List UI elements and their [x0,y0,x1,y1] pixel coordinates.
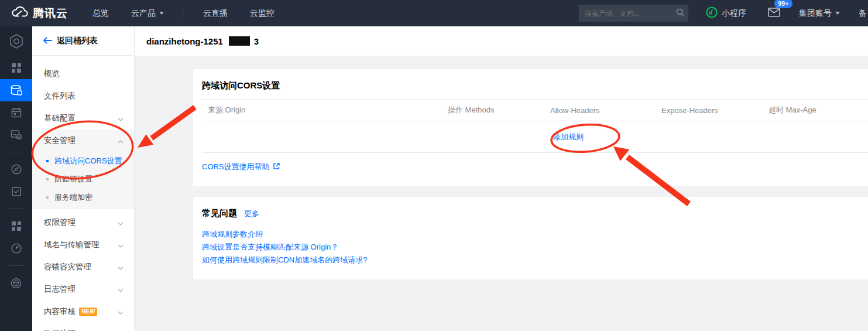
sidebar-item-hotlink[interactable]: 防盗链设置 [32,170,134,188]
security-group: 安全管理 跨域访问CORS设置 防盗链设置 服务端加密 [32,129,134,209]
sidebar-item-overview[interactable]: 概览 [32,63,134,85]
faq-link-cdn-restrict[interactable]: 如何使用跨域规则限制CDN加速域名的跨域请求? [202,254,868,267]
sidebar-menu: 概览 文件列表 基础配置 安全管理 跨域访问CORS设置 [32,56,134,331]
faq-link-list: 跨域规则参数介绍 跨域设置是否支持模糊匹配来源 Origin？ 如何使用跨域规则… [202,228,868,267]
mini-program-label: 小程序 [722,8,746,19]
column-allow-headers: Allow-Headers [544,106,656,115]
primary-nav: 总览 云产品 云直播 云监控 [92,8,297,19]
mini-program-entry[interactable]: 小程序 [706,6,746,20]
new-badge: NEW [79,308,97,316]
chevron-down-icon [835,12,840,15]
bucket-title-bar: dianzihetong-1251 3 [135,26,868,56]
table-header-row: 来源 Origin 操作 Methods Allow-Headers Expos… [202,99,868,121]
product-icon-rail [0,26,32,331]
sidebar-item-basic-config[interactable]: 基础配置 [32,107,134,129]
sidebar-item-sse[interactable]: 服务端加密 [32,188,134,206]
calendar-icon[interactable] [0,101,32,124]
sidebar-item-permission[interactable]: 权限管理 [32,211,134,234]
chevron-down-icon [118,241,123,250]
column-methods: 操作 Methods [442,105,544,115]
nav-item-overview[interactable]: 总览 [92,8,109,19]
cloud-logo-icon [11,6,28,21]
sidebar-item-cors[interactable]: 跨域访问CORS设置 [32,152,134,170]
cors-help-row: CORS设置使用帮助 [202,162,868,172]
chevron-down-icon [159,12,164,15]
faq-link-fuzzy-origin[interactable]: 跨域设置是否支持模糊匹配来源 Origin？ [202,241,868,254]
nav-item-beian-partial[interactable]: 备 [859,8,867,19]
account-label: 集团账号 [799,8,832,19]
rail-divider [9,152,24,152]
cors-settings-card: 跨域访问CORS设置 来源 Origin 操作 Methods Allow-He… [193,69,868,186]
cors-help-link[interactable]: CORS设置使用帮助 [202,162,270,172]
speedometer-icon[interactable] [0,237,32,260]
bullet-icon [46,178,49,180]
chevron-down-icon [118,285,123,294]
sidebar-item-fault-tolerance[interactable]: 容错容灾管理 [32,256,134,278]
monitor-compass-icon[interactable] [0,158,32,180]
sidebar-item-content-audit[interactable]: 内容审核 NEW [32,301,134,323]
column-max-age: 超时 Max-Age [763,105,868,115]
resource-cube-icon[interactable] [0,272,32,294]
main-content: dianzihetong-1251 3 跨域访问CORS设置 来源 Origin… [135,26,868,331]
cos-logo-icon[interactable] [0,26,32,57]
search-input[interactable] [585,9,675,18]
account-menu[interactable]: 集团账号 [799,8,840,19]
column-origin: 来源 Origin [202,105,442,115]
sidebar-item-data-process[interactable]: 数据处理 [32,323,134,331]
dashboard-grid-icon[interactable] [0,57,32,79]
faq-title-row: 常见问题 更多 [202,197,868,219]
sidebar-item-security[interactable]: 安全管理 [32,129,134,152]
chevron-down-icon [118,219,123,227]
sidebar-item-domain-transfer[interactable]: 域名与传输管理 [32,234,134,256]
nav-item-cloud-products[interactable]: 云产品 [131,8,164,19]
media-library-icon[interactable] [0,124,32,146]
add-rule-link[interactable]: 添加规则 [553,132,584,142]
faq-link-params[interactable]: 跨域规则参数介绍 [202,228,868,241]
search-box[interactable] [579,5,688,22]
column-expose-headers: Expose-Headers [656,106,763,115]
chevron-down-icon [118,263,123,272]
sidebar-item-file-list[interactable]: 文件列表 [32,85,134,107]
faq-card-title: 常见问题 [202,208,237,219]
nav-item-live-stream[interactable]: 云直播 [203,8,228,19]
bucket-sidebar: 返回桶列表 概览 文件列表 基础配置 安全管理 跨域访问CORS设置 [32,26,135,331]
empty-rules-row: 添加规则 [202,121,868,153]
message-center[interactable]: 99+ [766,6,781,21]
bullet-icon [46,160,49,162]
nav-item-cloud-monitor[interactable]: 云监控 [250,8,275,19]
arrow-left-icon [43,36,52,46]
chevron-down-icon [118,308,123,316]
back-label: 返回桶列表 [57,36,98,46]
bucket-name: dianzihetong-1251 3 [146,36,259,46]
back-to-bucket-list[interactable]: 返回桶列表 [32,26,134,56]
task-check-icon[interactable] [0,180,32,203]
bucket-storage-icon[interactable] [0,79,32,101]
chevron-down-icon [118,114,123,123]
redaction-box [229,36,250,46]
top-navbar: 腾讯云 总览 云产品 云直播 云监控 [0,0,868,26]
mini-program-icon [706,6,722,20]
nav-divider [183,8,183,19]
faq-more-link[interactable]: 更多 [244,209,259,219]
mail-icon [768,8,780,19]
rail-divider [9,209,24,209]
cors-rules-table: 来源 Origin 操作 Methods Allow-Headers Expos… [202,99,868,153]
bullet-icon [46,196,49,199]
search-icon[interactable] [675,8,685,19]
brand-text: 腾讯云 [33,6,68,21]
cors-card-title: 跨域访问CORS设置 [202,69,868,91]
faq-card: 常见问题 更多 跨域规则参数介绍 跨域设置是否支持模糊匹配来源 Origin？ … [193,197,868,279]
topnav-right: 小程序 99+ 集团账号 备 [579,0,868,26]
sidebar-item-log-management[interactable]: 日志管理 [32,278,134,301]
notification-badge: 99+ [774,0,792,8]
rail-divider [9,265,24,266]
external-link-icon[interactable] [270,162,280,172]
services-grid-icon[interactable] [0,215,32,237]
tencent-cloud-logo[interactable]: 腾讯云 [11,6,68,21]
chevron-up-icon [118,137,123,145]
